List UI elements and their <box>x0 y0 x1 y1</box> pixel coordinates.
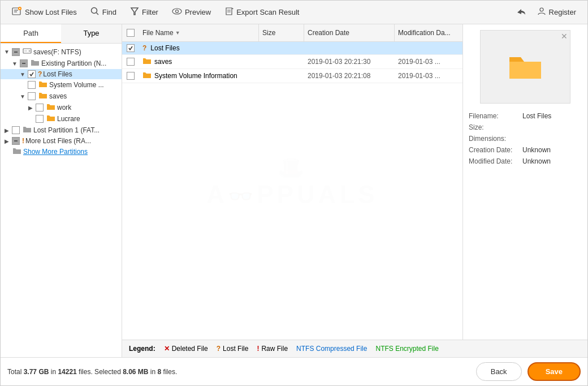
preview-button[interactable]: Preview <box>166 5 217 20</box>
tree-item-work[interactable]: ▶ work <box>1 102 122 113</box>
toolbar-right: Register <box>516 4 582 20</box>
checkbox-work[interactable] <box>36 104 44 111</box>
tree-item-lost-files[interactable]: ▼ ? Lost Files <box>1 69 122 79</box>
row1-filename: Lost Files <box>150 44 179 52</box>
status-in2: in <box>149 368 158 376</box>
find-label: Find <box>102 8 116 16</box>
selected-size: 8.06 MB <box>123 368 148 376</box>
checkbox-saves[interactable] <box>28 92 36 100</box>
filename-value: Lost Files <box>522 112 551 120</box>
checkbox-more-lost[interactable] <box>12 137 20 145</box>
expander-existing-icon: ▼ <box>11 59 19 67</box>
export-scan-result-button[interactable]: Export Scan Result <box>219 4 305 20</box>
svg-line-7 <box>96 13 98 15</box>
checkbox-lost-partition[interactable] <box>12 126 20 134</box>
close-preview-button[interactable]: ✕ <box>561 32 568 41</box>
left-panel: Path Type ▼ saves(F: NTFS) <box>1 24 122 357</box>
tree-label-lost-partition: Lost Partition 1 (FAT... <box>33 126 100 134</box>
tree-item-saves[interactable]: ▼ saves <box>1 91 122 102</box>
file-info-modified-row: Modified Date: Unknown <box>469 157 582 165</box>
folder-gray-sm-icon <box>12 147 21 156</box>
row1-name-cell: ? Lost Files <box>139 44 259 52</box>
share-icon[interactable] <box>516 7 527 18</box>
svg-marker-8 <box>131 8 138 15</box>
tree-item-root[interactable]: ▼ saves(F: NTFS) <box>1 46 122 58</box>
tab-bar: Path Type <box>1 24 122 44</box>
row2-checkbox-box[interactable] <box>127 58 135 66</box>
legend-bar: Legend: ✕ Deleted File ? Lost File ! Raw… <box>122 340 587 357</box>
save-button[interactable]: Save <box>528 362 581 381</box>
modified-date-value: Unknown <box>522 157 551 165</box>
tree-item-system-volume[interactable]: System Volume ... <box>1 79 122 91</box>
col-header-modification[interactable]: Modification Da... <box>395 24 462 41</box>
expander-work-icon: ▶ <box>27 104 34 111</box>
deleted-label: Deleted File <box>172 345 208 353</box>
checkbox-existing[interactable] <box>20 59 28 67</box>
tree-item-show-more[interactable]: Show More Partitions <box>1 146 122 157</box>
filter-icon <box>130 7 139 18</box>
row1-checkbox[interactable] <box>122 44 139 52</box>
lost-orange-ml-icon: ! <box>22 137 24 145</box>
tree-label-saves: saves <box>49 92 67 100</box>
folder-yellow-work-icon <box>46 103 55 112</box>
col-header-creation[interactable]: Creation Date <box>304 24 395 41</box>
tree-item-existing[interactable]: ▼ Existing Partition (N... <box>1 58 122 69</box>
size-label: Size: <box>469 123 522 131</box>
register-button[interactable]: Register <box>531 4 582 20</box>
table-row[interactable]: System Volume Information 2019-01-03 20:… <box>122 69 462 83</box>
folder-yellow-saves-icon <box>38 92 47 101</box>
show-lost-files-button[interactable]: Show Lost Files <box>6 4 83 20</box>
legend-label: Legend: <box>129 345 155 353</box>
total-files: 14221 <box>58 368 76 376</box>
checkbox-lucrare[interactable] <box>36 115 44 123</box>
file-info-creation-row: Creation Date: Unknown <box>469 146 582 154</box>
expander-icon: ▼ <box>3 48 11 56</box>
filter-label: Filter <box>142 8 158 16</box>
filter-button[interactable]: Filter <box>124 4 164 20</box>
svg-point-6 <box>91 8 97 14</box>
raw-icon: ! <box>257 345 259 353</box>
ntfs-comp-label: NTFS Compressed File <box>296 345 367 353</box>
back-button[interactable]: Back <box>476 362 522 381</box>
filename-label: Filename: <box>469 112 522 120</box>
tree-label-show-more[interactable]: Show More Partitions <box>23 148 88 156</box>
row3-creation: 2019-01-03 20:21:08 <box>304 72 395 80</box>
col-header-size[interactable]: Size <box>259 24 304 41</box>
total-size: 3.77 GB <box>24 368 49 376</box>
preview-label: Preview <box>185 8 211 16</box>
tab-type[interactable]: Type <box>61 24 122 43</box>
row3-checkbox[interactable] <box>122 72 139 80</box>
toolbar: Show Lost Files Find Filter Preview Expo… <box>1 1 587 24</box>
row3-checkbox-box[interactable] <box>127 72 135 80</box>
header-checkbox[interactable] <box>127 29 135 37</box>
row3-filename: System Volume Information <box>154 72 237 80</box>
file-table-section: 🎩 A👓PPUALS File Name ▼ <box>122 24 463 340</box>
row2-name-cell: saves <box>139 57 259 66</box>
checkbox-system-volume[interactable] <box>28 81 36 89</box>
find-button[interactable]: Find <box>85 4 122 20</box>
tree-label-system-volume: System Volume ... <box>49 81 104 89</box>
col-header-filename[interactable]: File Name ▼ <box>139 24 259 41</box>
legend-deleted: ✕ Deleted File <box>164 345 208 353</box>
tree-item-lost-partition[interactable]: ▶ Lost Partition 1 (FAT... <box>1 125 122 136</box>
row2-filename: saves <box>154 58 172 66</box>
lost-files-icon: ? <box>38 70 42 78</box>
tree-label-root: saves(F: NTFS) <box>33 48 81 56</box>
tab-path[interactable]: Path <box>1 24 61 43</box>
folder-yellow-sysv-icon <box>38 80 47 89</box>
svg-point-10 <box>175 10 178 13</box>
checkbox-root[interactable] <box>12 48 20 56</box>
status-prefix: Total <box>7 368 24 376</box>
table-row[interactable]: saves 2019-01-03 20:21:30 2019-01-03 ... <box>122 55 462 69</box>
legend-ntfs-encrypted: NTFS Encrypted File <box>375 345 438 353</box>
raw-label: Raw File <box>261 345 288 353</box>
legend-raw: ! Raw File <box>257 345 288 353</box>
tree-item-more-lost[interactable]: ▶ ! More Lost Files (RA... <box>1 136 122 146</box>
checkbox-lost-files[interactable] <box>28 70 36 78</box>
creation-date-label: Creation Date: <box>469 146 522 154</box>
row3-folder-icon <box>142 71 152 80</box>
table-row[interactable]: ? Lost Files <box>122 42 462 55</box>
row2-checkbox[interactable] <box>122 58 139 66</box>
tree-item-lucrare[interactable]: Lucrare <box>1 113 122 125</box>
row1-checkbox-box[interactable] <box>127 44 135 52</box>
